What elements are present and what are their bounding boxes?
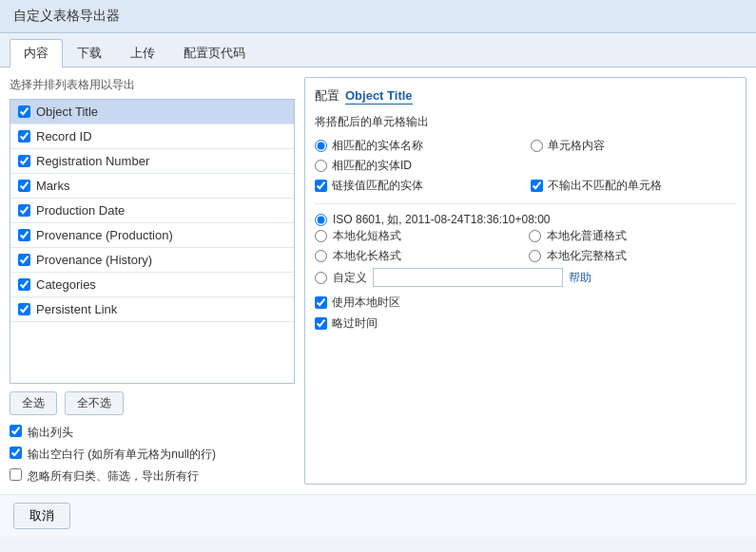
checkbox-registration-number[interactable] xyxy=(18,155,30,167)
custom-date-input[interactable] xyxy=(373,268,563,287)
input-match-entity-name[interactable] xyxy=(315,140,327,152)
match-options-grid: 相匹配的实体名称单元格内容相匹配的实体ID链接值匹配的实体不输出不匹配的单元格 xyxy=(315,138,736,194)
label-link-match-entity: 链接值匹配的实体 xyxy=(332,178,423,194)
checkbox-use-local-timezone[interactable] xyxy=(315,296,327,309)
select-buttons: 全选 全不选 xyxy=(10,391,295,415)
list-item-registration-number[interactable]: Registration Number xyxy=(10,149,294,174)
label-record-id: Record ID xyxy=(36,129,92,143)
bottom-option-output-header: 输出列头 xyxy=(10,425,295,441)
checkbox-provenance-history[interactable] xyxy=(18,254,30,266)
label-production-date: Production Date xyxy=(36,203,125,218)
checkbox-skip-time[interactable] xyxy=(315,317,327,330)
bottom-checkboxes: 输出列头输出空白行 (如所有单元格为null的行)忽略所有归类、筛选，导出所有行 xyxy=(10,425,295,485)
checkbox-marks[interactable] xyxy=(18,180,30,192)
list-item-production-date[interactable]: Production Date xyxy=(10,199,294,223)
match-option-match-entity-id: 相匹配的实体ID xyxy=(315,158,521,174)
main-container: 内容下载上传配置页代码 选择并排列表格用以导出 Object TitleReco… xyxy=(0,33,756,494)
checkbox-output-header[interactable] xyxy=(10,425,22,437)
list-item-provenance-history[interactable]: Provenance (History) xyxy=(10,248,294,273)
config-header: 配置 Object Title xyxy=(315,87,736,105)
checkbox-provenance-production[interactable] xyxy=(18,229,30,241)
label-match-entity-name: 相匹配的实体名称 xyxy=(332,138,423,154)
content-area: 选择并排列表格用以导出 Object TitleRecord IDRegistr… xyxy=(0,67,756,494)
radio-locale-short[interactable] xyxy=(315,230,327,242)
left-panel: 选择并排列表格用以导出 Object TitleRecord IDRegistr… xyxy=(10,77,295,485)
deselect-all-button[interactable]: 全不选 xyxy=(65,391,124,415)
locale-grid: 本地化短格式本地化普通格式本地化长格式本地化完整格式 xyxy=(315,228,736,264)
label-cell-content: 单元格内容 xyxy=(548,138,605,154)
checkbox-record-id[interactable] xyxy=(18,130,30,143)
section-title: 将搭配后的单元格输出 xyxy=(315,114,736,130)
bottom-option-output-empty-rows: 输出空白行 (如所有单元格为null的行) xyxy=(10,447,295,463)
radio-locale-full[interactable] xyxy=(529,250,541,262)
list-item-categories[interactable]: Categories xyxy=(10,273,294,297)
radio-iso8601[interactable] xyxy=(315,214,327,226)
label-skip-time: 略过时间 xyxy=(332,315,378,332)
empty-cell xyxy=(531,158,737,174)
label-persistent-link: Persistent Link xyxy=(36,302,117,316)
right-panel: 配置 Object Title 将搭配后的单元格输出 相匹配的实体名称单元格内容… xyxy=(304,77,746,485)
label-iso8601: ISO 8601, 如, 2011-08-24T18:36:10+08:00 xyxy=(333,212,551,228)
input-match-entity-id[interactable] xyxy=(315,160,327,172)
label-provenance-production: Provenance (Production) xyxy=(36,228,173,242)
label-locale-common: 本地化普通格式 xyxy=(547,228,627,244)
right-bottom-options: 使用本地时区略过时间 xyxy=(315,295,736,332)
right-option-use-local-timezone: 使用本地时区 xyxy=(315,295,736,311)
app-title: 自定义表格导出器 xyxy=(13,8,120,23)
help-link[interactable]: 帮助 xyxy=(569,270,591,286)
checkbox-persistent-link[interactable] xyxy=(18,303,30,315)
list-item-persistent-link[interactable]: Persistent Link xyxy=(10,297,294,322)
checkbox-output-empty-rows[interactable] xyxy=(10,447,22,459)
tab-upload[interactable]: 上传 xyxy=(116,39,169,67)
date-option-locale-short: 本地化短格式 xyxy=(315,228,523,244)
right-option-skip-time: 略过时间 xyxy=(315,315,736,332)
label-object-title: Object Title xyxy=(36,105,98,119)
custom-date-row: 自定义帮助 xyxy=(315,268,736,287)
date-option-iso8601: ISO 8601, 如, 2011-08-24T18:36:10+08:00 xyxy=(315,212,736,228)
checkbox-categories[interactable] xyxy=(18,278,30,291)
list-item-object-title[interactable]: Object Title xyxy=(10,100,294,124)
input-no-output-mismatch[interactable] xyxy=(531,180,543,192)
select-all-button[interactable]: 全选 xyxy=(10,391,57,415)
label-output-header: 输出列头 xyxy=(28,425,73,441)
label-use-local-timezone: 使用本地时区 xyxy=(332,295,400,311)
tab-download[interactable]: 下载 xyxy=(63,39,116,67)
radio-locale-common[interactable] xyxy=(529,230,541,242)
input-link-match-entity[interactable] xyxy=(315,180,327,192)
label-output-empty-rows: 输出空白行 (如所有单元格为null的行) xyxy=(28,447,216,463)
list-item-provenance-production[interactable]: Provenance (Production) xyxy=(10,223,294,248)
checkbox-ignore-categorization[interactable] xyxy=(10,468,22,481)
date-section: ISO 8601, 如, 2011-08-24T18:36:10+08:00本地… xyxy=(315,212,736,287)
match-option-cell-content: 单元格内容 xyxy=(531,138,737,154)
label-match-entity-id: 相匹配的实体ID xyxy=(332,158,412,174)
input-cell-content[interactable] xyxy=(531,140,543,152)
config-field-name: Object Title xyxy=(345,88,413,105)
label-marks: Marks xyxy=(36,179,69,193)
label-provenance-history: Provenance (History) xyxy=(36,253,152,267)
bottom-option-ignore-categorization: 忽略所有归类、筛选，导出所有行 xyxy=(10,468,295,485)
list-item-record-id[interactable]: Record ID xyxy=(10,124,294,149)
label-custom: 自定义 xyxy=(333,270,367,286)
radio-locale-long[interactable] xyxy=(315,250,327,262)
label-locale-short: 本地化短格式 xyxy=(333,228,401,244)
label-categories: Categories xyxy=(36,277,96,292)
label-no-output-mismatch: 不输出不匹配的单元格 xyxy=(548,178,662,194)
left-panel-title: 选择并排列表格用以导出 xyxy=(10,77,295,93)
list-item-marks[interactable]: Marks xyxy=(10,174,294,199)
cancel-button[interactable]: 取消 xyxy=(13,503,70,529)
match-option-match-entity-name: 相匹配的实体名称 xyxy=(315,138,521,154)
field-list[interactable]: Object TitleRecord IDRegistration Number… xyxy=(10,99,295,384)
footer: 取消 xyxy=(0,494,756,537)
match-option-no-output-mismatch: 不输出不匹配的单元格 xyxy=(531,178,737,194)
tab-content[interactable]: 内容 xyxy=(10,39,63,67)
checkbox-production-date[interactable] xyxy=(18,204,30,217)
radio-custom[interactable] xyxy=(315,272,327,284)
tab-pageCode[interactable]: 配置页代码 xyxy=(169,39,260,67)
date-option-locale-common: 本地化普通格式 xyxy=(529,228,737,244)
match-option-link-match-entity: 链接值匹配的实体 xyxy=(315,178,521,194)
checkbox-object-title[interactable] xyxy=(18,105,30,118)
tab-bar: 内容下载上传配置页代码 xyxy=(0,33,756,67)
date-option-locale-long: 本地化长格式 xyxy=(315,248,523,264)
title-bar: 自定义表格导出器 xyxy=(0,0,756,33)
label-locale-long: 本地化长格式 xyxy=(333,248,401,264)
